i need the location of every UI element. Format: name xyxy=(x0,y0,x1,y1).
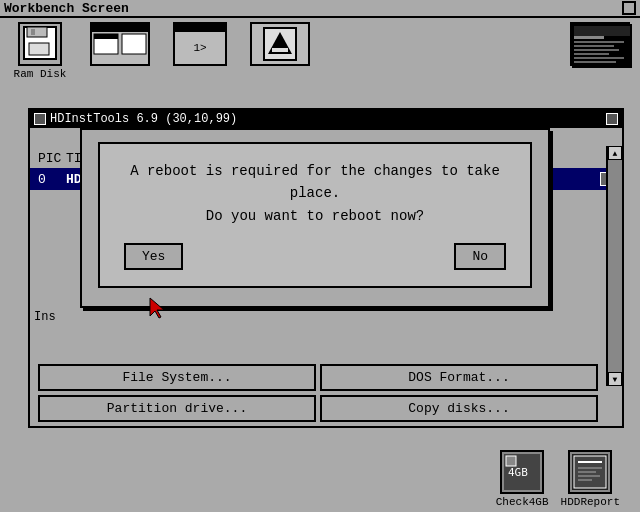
window-thumb1-box xyxy=(90,22,150,66)
screen-icon-box xyxy=(570,22,630,66)
workbench-titlebar: Workbench Screen xyxy=(0,0,640,18)
screen-icon-container[interactable] xyxy=(570,22,630,66)
ramdisk-icon-box xyxy=(18,22,62,66)
desktop-area: Ram Disk 1> xyxy=(0,18,640,118)
win1-titlebar xyxy=(175,24,225,32)
check4gb-label: Check4GB xyxy=(496,496,549,508)
window-thumb1-content xyxy=(92,32,148,64)
svg-rect-11 xyxy=(574,26,630,36)
hdinst-buttons: File System... DOS Format... Partition d… xyxy=(30,360,606,426)
check4gb-icon-svg: 4GB xyxy=(504,454,540,490)
svg-rect-5 xyxy=(94,34,118,39)
device-row-num: 0 xyxy=(38,172,66,187)
hdinst-close-button[interactable] xyxy=(34,113,46,125)
svg-rect-1 xyxy=(27,27,47,37)
check4gb-icon-box: 4GB xyxy=(500,450,544,494)
workbench-close-button[interactable] xyxy=(622,1,636,15)
window-thumb1-icon[interactable] xyxy=(90,22,150,66)
dos-format-button[interactable]: DOS Format... xyxy=(320,364,598,391)
ramdisk-icon xyxy=(21,25,59,63)
svg-rect-2 xyxy=(29,43,49,55)
hddreport-icon-box xyxy=(568,450,612,494)
svg-rect-16 xyxy=(574,53,609,55)
svg-rect-3 xyxy=(31,29,35,35)
svg-text:4GB: 4GB xyxy=(508,466,528,479)
scrollbar-up-button[interactable]: ▲ xyxy=(608,146,622,160)
win1-content: 1> xyxy=(175,32,225,64)
window-thumb1-bar xyxy=(92,24,148,32)
check4gb-icon[interactable]: 4GB Check4GB xyxy=(496,450,549,508)
hdinst-scrollbar: ▲ ▼ xyxy=(606,146,622,386)
svg-rect-18 xyxy=(574,61,616,63)
dialog-yes-button[interactable]: Yes xyxy=(124,243,183,270)
dialog-line1: A reboot is required for the changes to … xyxy=(130,163,500,201)
hdinst-titlebar: HDInstTools 6.9 (30,10,99) xyxy=(30,110,622,128)
window-1-icon[interactable]: 1> xyxy=(170,22,230,66)
svg-rect-15 xyxy=(574,49,619,51)
svg-rect-13 xyxy=(574,41,624,43)
hddreport-icon[interactable]: HDDReport xyxy=(561,450,620,508)
drive-icon xyxy=(262,26,298,62)
screen-icon-svg xyxy=(572,24,632,68)
scrollbar-track xyxy=(608,160,622,372)
hddreport-icon-svg xyxy=(572,454,608,490)
drive-icon-box xyxy=(250,22,310,66)
svg-rect-17 xyxy=(574,57,624,59)
ramdisk-label: Ram Disk xyxy=(14,68,67,80)
dialog-line2: Do you want to reboot now? xyxy=(206,208,424,224)
bottom-desktop-icons: 4GB Check4GB HDDReport xyxy=(496,450,620,508)
scrollbar-down-button[interactable]: ▼ xyxy=(608,372,622,386)
drive-icon-container[interactable] xyxy=(250,22,310,66)
dialog-no-button[interactable]: No xyxy=(454,243,506,270)
hdinst-maximize-button[interactable] xyxy=(606,113,618,125)
partition-drive-button[interactable]: Partition drive... xyxy=(38,395,316,422)
svg-rect-22 xyxy=(506,456,516,466)
copy-disks-button[interactable]: Copy disks... xyxy=(320,395,598,422)
dialog-message: A reboot is required for the changes to … xyxy=(116,160,514,227)
col-pic-header: PIC xyxy=(38,151,66,166)
hdinst-title: HDInstTools 6.9 (30,10,99) xyxy=(50,112,237,126)
svg-rect-9 xyxy=(272,48,288,52)
file-system-button[interactable]: File System... xyxy=(38,364,316,391)
svg-rect-12 xyxy=(574,36,604,39)
dialog-inner: A reboot is required for the changes to … xyxy=(98,142,532,288)
reboot-dialog: A reboot is required for the changes to … xyxy=(80,128,550,308)
svg-rect-6 xyxy=(122,34,146,54)
left-panel-label: Ins xyxy=(34,310,56,324)
hddreport-label: HDDReport xyxy=(561,496,620,508)
dialog-buttons: Yes No xyxy=(116,243,514,270)
hdinst-titlebar-left: HDInstTools 6.9 (30,10,99) xyxy=(34,112,237,126)
svg-rect-14 xyxy=(574,45,614,47)
ramdisk-icon-container[interactable]: Ram Disk xyxy=(10,22,70,80)
workbench-title: Workbench Screen xyxy=(4,1,129,16)
window-1-box: 1> xyxy=(173,22,227,66)
